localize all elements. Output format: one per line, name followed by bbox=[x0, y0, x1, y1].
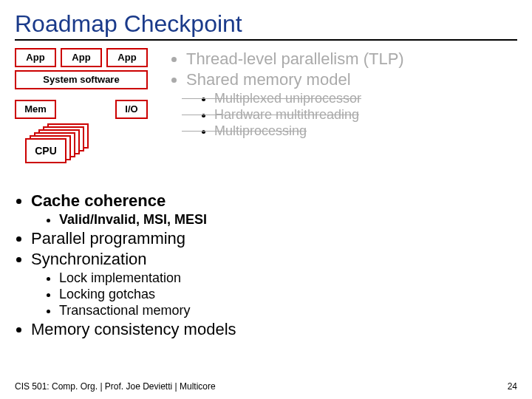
bullet-mux-text: Multiplexed uniprocessor bbox=[214, 91, 361, 106]
app-box-3: App bbox=[106, 48, 148, 67]
bullet-parallel-programming: Parallel programming bbox=[31, 229, 517, 248]
bullet-locking-gotchas: Locking gotchas bbox=[59, 287, 517, 302]
bullet-mp-text: Multiprocessing bbox=[214, 123, 307, 138]
slide-title: Roadmap Checkpoint bbox=[15, 10, 517, 38]
bullet-tlp: Thread-level parallelism (TLP) bbox=[186, 50, 517, 69]
footer-left: CIS 501: Comp. Org. | Prof. Joe Devietti… bbox=[15, 381, 216, 392]
title-underline bbox=[15, 39, 517, 41]
bullet-mp: Multiprocessing bbox=[214, 123, 517, 139]
architecture-diagram: App App App System software Mem I/O CPU bbox=[15, 48, 170, 188]
app-box-2: App bbox=[61, 48, 102, 67]
top-right-bullets: Thread-level parallelism (TLP) Shared me… bbox=[170, 48, 517, 140]
bullet-memory-consistency: Memory consistency models bbox=[31, 320, 517, 339]
system-software-box: System software bbox=[15, 70, 148, 89]
bullet-lock-impl: Lock implementation bbox=[59, 270, 517, 286]
lower-bullets: Cache coherence Valid/Invalid, MSI, MESI… bbox=[15, 191, 517, 339]
bullet-transactional-memory: Transactional memory bbox=[59, 303, 517, 318]
bullet-mux: Multiplexed uniprocessor bbox=[214, 91, 517, 106]
app-box-1: App bbox=[15, 48, 56, 67]
bullet-hmt: Hardware multithreading bbox=[214, 107, 517, 123]
bullet-valid-invalid: Valid/Invalid, MSI, MESI bbox=[59, 212, 517, 228]
io-box: I/O bbox=[115, 100, 148, 119]
mem-box: Mem bbox=[15, 100, 56, 119]
cpu-box-front: CPU bbox=[25, 138, 66, 163]
slide-footer: CIS 501: Comp. Org. | Prof. Joe Devietti… bbox=[15, 381, 517, 392]
page-number: 24 bbox=[508, 381, 517, 392]
bullet-synchronization: Synchronization bbox=[31, 250, 517, 269]
bullet-hmt-text: Hardware multithreading bbox=[214, 107, 359, 122]
bullet-cache-coherence: Cache coherence bbox=[31, 191, 517, 211]
bullet-smm: Shared memory model bbox=[186, 70, 517, 89]
